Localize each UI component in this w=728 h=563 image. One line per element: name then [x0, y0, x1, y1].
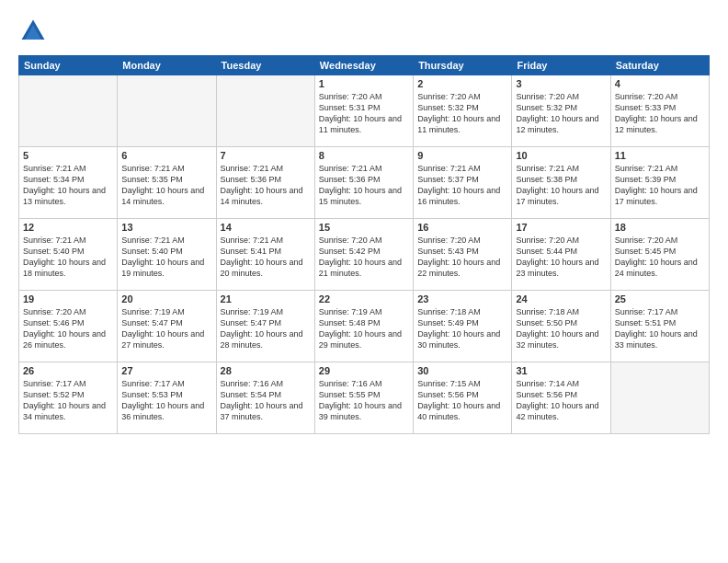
- day-number: 27: [121, 365, 211, 376]
- day-detail: Sunrise: 7:17 AMSunset: 5:53 PMDaylight:…: [121, 378, 211, 423]
- day-detail: Sunrise: 7:21 AMSunset: 5:39 PMDaylight:…: [615, 163, 705, 208]
- day-detail: Sunrise: 7:21 AMSunset: 5:34 PMDaylight:…: [23, 163, 113, 208]
- calendar-week-row: 26Sunrise: 7:17 AMSunset: 5:52 PMDayligh…: [19, 362, 710, 434]
- calendar-cell: 15Sunrise: 7:20 AMSunset: 5:42 PMDayligh…: [314, 219, 413, 291]
- day-detail: Sunrise: 7:21 AMSunset: 5:36 PMDaylight:…: [221, 163, 311, 208]
- day-number: 9: [417, 150, 507, 161]
- calendar-week-row: 12Sunrise: 7:21 AMSunset: 5:40 PMDayligh…: [19, 219, 710, 291]
- day-number: 26: [23, 365, 113, 376]
- day-detail: Sunrise: 7:21 AMSunset: 5:41 PMDaylight:…: [221, 235, 311, 280]
- calendar-cell: 22Sunrise: 7:19 AMSunset: 5:48 PMDayligh…: [314, 291, 413, 362]
- day-detail: Sunrise: 7:21 AMSunset: 5:40 PMDaylight:…: [121, 235, 211, 280]
- day-detail: Sunrise: 7:15 AMSunset: 5:56 PMDaylight:…: [417, 378, 507, 423]
- calendar-week-row: 5Sunrise: 7:21 AMSunset: 5:34 PMDaylight…: [19, 147, 710, 219]
- calendar-header-row: SundayMondayTuesdayWednesdayThursdayFrid…: [19, 56, 710, 75]
- day-detail: Sunrise: 7:21 AMSunset: 5:38 PMDaylight:…: [516, 163, 606, 208]
- day-detail: Sunrise: 7:20 AMSunset: 5:32 PMDaylight:…: [417, 91, 507, 136]
- day-detail: Sunrise: 7:21 AMSunset: 5:35 PMDaylight:…: [121, 163, 211, 208]
- calendar-cell: 6Sunrise: 7:21 AMSunset: 5:35 PMDaylight…: [118, 147, 216, 219]
- calendar-cell: [19, 75, 118, 147]
- day-number: 5: [23, 150, 113, 161]
- calendar-cell: 3Sunrise: 7:20 AMSunset: 5:32 PMDaylight…: [512, 75, 610, 147]
- day-detail: Sunrise: 7:19 AMSunset: 5:48 PMDaylight:…: [319, 306, 409, 351]
- day-number: 28: [221, 365, 311, 376]
- calendar-cell: 1Sunrise: 7:20 AMSunset: 5:31 PMDaylight…: [314, 75, 413, 147]
- day-number: 24: [516, 293, 606, 304]
- calendar-cell: 26Sunrise: 7:17 AMSunset: 5:52 PMDayligh…: [19, 362, 118, 434]
- calendar-cell: 20Sunrise: 7:19 AMSunset: 5:47 PMDayligh…: [118, 291, 216, 362]
- day-detail: Sunrise: 7:17 AMSunset: 5:51 PMDaylight:…: [615, 306, 705, 351]
- day-number: 6: [121, 150, 211, 161]
- calendar-week-row: 19Sunrise: 7:20 AMSunset: 5:46 PMDayligh…: [19, 291, 710, 362]
- day-number: 23: [417, 293, 507, 304]
- calendar-cell: 19Sunrise: 7:20 AMSunset: 5:46 PMDayligh…: [19, 291, 118, 362]
- day-number: 12: [23, 222, 113, 233]
- calendar-table: SundayMondayTuesdayWednesdayThursdayFrid…: [18, 55, 710, 434]
- day-number: 4: [615, 78, 705, 89]
- calendar-cell: 18Sunrise: 7:20 AMSunset: 5:45 PMDayligh…: [610, 219, 709, 291]
- day-detail: Sunrise: 7:21 AMSunset: 5:40 PMDaylight:…: [23, 235, 113, 280]
- day-number: 17: [516, 222, 606, 233]
- day-detail: Sunrise: 7:17 AMSunset: 5:52 PMDaylight:…: [23, 378, 113, 423]
- day-number: 29: [319, 365, 409, 376]
- day-header-wednesday: Wednesday: [314, 56, 413, 75]
- calendar-cell: 24Sunrise: 7:18 AMSunset: 5:50 PMDayligh…: [512, 291, 610, 362]
- day-number: 20: [121, 293, 211, 304]
- day-header-tuesday: Tuesday: [216, 56, 314, 75]
- calendar-cell: 23Sunrise: 7:18 AMSunset: 5:49 PMDayligh…: [414, 291, 512, 362]
- day-number: 2: [417, 78, 507, 89]
- logo-icon: [18, 17, 48, 46]
- calendar-cell: 25Sunrise: 7:17 AMSunset: 5:51 PMDayligh…: [610, 291, 709, 362]
- calendar-cell: 4Sunrise: 7:20 AMSunset: 5:33 PMDaylight…: [610, 75, 709, 147]
- calendar-cell: 9Sunrise: 7:21 AMSunset: 5:37 PMDaylight…: [414, 147, 512, 219]
- logo: [18, 17, 51, 46]
- day-header-thursday: Thursday: [414, 56, 512, 75]
- day-header-friday: Friday: [512, 56, 610, 75]
- calendar-cell: 5Sunrise: 7:21 AMSunset: 5:34 PMDaylight…: [19, 147, 118, 219]
- calendar-cell: 21Sunrise: 7:19 AMSunset: 5:47 PMDayligh…: [216, 291, 314, 362]
- day-header-sunday: Sunday: [19, 56, 118, 75]
- calendar-cell: 12Sunrise: 7:21 AMSunset: 5:40 PMDayligh…: [19, 219, 118, 291]
- day-detail: Sunrise: 7:20 AMSunset: 5:46 PMDaylight:…: [23, 306, 113, 351]
- day-number: 15: [319, 222, 409, 233]
- calendar-cell: [610, 362, 709, 434]
- page: SundayMondayTuesdayWednesdayThursdayFrid…: [0, 0, 728, 563]
- calendar-cell: 30Sunrise: 7:15 AMSunset: 5:56 PMDayligh…: [414, 362, 512, 434]
- day-number: 13: [121, 222, 211, 233]
- day-number: 25: [615, 293, 705, 304]
- day-number: 10: [516, 150, 606, 161]
- day-detail: Sunrise: 7:20 AMSunset: 5:44 PMDaylight:…: [516, 235, 606, 280]
- day-number: 14: [221, 222, 311, 233]
- day-number: 21: [221, 293, 311, 304]
- calendar-cell: 11Sunrise: 7:21 AMSunset: 5:39 PMDayligh…: [610, 147, 709, 219]
- day-detail: Sunrise: 7:21 AMSunset: 5:36 PMDaylight:…: [319, 163, 409, 208]
- calendar-cell: 8Sunrise: 7:21 AMSunset: 5:36 PMDaylight…: [314, 147, 413, 219]
- day-number: 18: [615, 222, 705, 233]
- header: [18, 17, 710, 46]
- calendar-cell: 7Sunrise: 7:21 AMSunset: 5:36 PMDaylight…: [216, 147, 314, 219]
- calendar-cell: 29Sunrise: 7:16 AMSunset: 5:55 PMDayligh…: [314, 362, 413, 434]
- day-detail: Sunrise: 7:16 AMSunset: 5:54 PMDaylight:…: [221, 378, 311, 423]
- calendar-cell: 10Sunrise: 7:21 AMSunset: 5:38 PMDayligh…: [512, 147, 610, 219]
- calendar-cell: 31Sunrise: 7:14 AMSunset: 5:56 PMDayligh…: [512, 362, 610, 434]
- day-number: 31: [516, 365, 606, 376]
- day-detail: Sunrise: 7:19 AMSunset: 5:47 PMDaylight:…: [121, 306, 211, 351]
- day-number: 11: [615, 150, 705, 161]
- day-number: 3: [516, 78, 606, 89]
- calendar-cell: 17Sunrise: 7:20 AMSunset: 5:44 PMDayligh…: [512, 219, 610, 291]
- day-detail: Sunrise: 7:20 AMSunset: 5:33 PMDaylight:…: [615, 91, 705, 136]
- day-number: 8: [319, 150, 409, 161]
- day-detail: Sunrise: 7:16 AMSunset: 5:55 PMDaylight:…: [319, 378, 409, 423]
- day-detail: Sunrise: 7:18 AMSunset: 5:49 PMDaylight:…: [417, 306, 507, 351]
- day-detail: Sunrise: 7:19 AMSunset: 5:47 PMDaylight:…: [221, 306, 311, 351]
- day-detail: Sunrise: 7:21 AMSunset: 5:37 PMDaylight:…: [417, 163, 507, 208]
- day-number: 30: [417, 365, 507, 376]
- day-detail: Sunrise: 7:14 AMSunset: 5:56 PMDaylight:…: [516, 378, 606, 423]
- calendar-cell: 28Sunrise: 7:16 AMSunset: 5:54 PMDayligh…: [216, 362, 314, 434]
- calendar-cell: 2Sunrise: 7:20 AMSunset: 5:32 PMDaylight…: [414, 75, 512, 147]
- day-number: 1: [319, 78, 409, 89]
- calendar-cell: 27Sunrise: 7:17 AMSunset: 5:53 PMDayligh…: [118, 362, 216, 434]
- day-number: 7: [221, 150, 311, 161]
- day-header-monday: Monday: [118, 56, 216, 75]
- calendar-cell: 16Sunrise: 7:20 AMSunset: 5:43 PMDayligh…: [414, 219, 512, 291]
